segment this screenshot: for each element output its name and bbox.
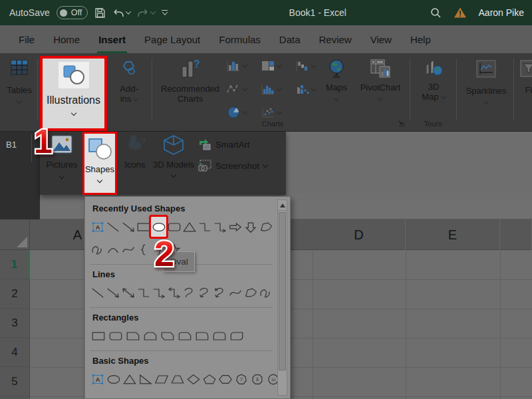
- charts-dialog-launcher-icon[interactable]: [398, 120, 406, 128]
- shape-line-arrow-double[interactable]: [120, 283, 136, 303]
- shape-right-triangle[interactable]: [138, 369, 154, 389]
- row-header-2[interactable]: 2: [0, 279, 30, 309]
- customize-quick-access-button[interactable]: [162, 10, 168, 16]
- row-header-5[interactable]: 5: [0, 367, 30, 396]
- shape-line[interactable]: [105, 217, 120, 237]
- shape-curved-double[interactable]: [212, 283, 227, 303]
- tab-page-layout[interactable]: Page Layout: [135, 25, 209, 53]
- warning-icon[interactable]: [454, 7, 467, 19]
- tab-help[interactable]: Help: [401, 25, 440, 53]
- pivotchart-button[interactable]: PivotChart: [354, 59, 406, 100]
- shape-hexagon[interactable]: [217, 369, 233, 389]
- insert-combo-chart-button[interactable]: [295, 83, 316, 95]
- shape-snip2diag[interactable]: [159, 326, 176, 346]
- insert-line-chart-button[interactable]: [226, 83, 247, 95]
- column-header[interactable]: [500, 219, 532, 250]
- tab-formulas[interactable]: Formulas: [209, 25, 270, 53]
- shape-line-arrow[interactable]: [105, 283, 120, 303]
- autosave-toggle[interactable]: Off: [57, 6, 88, 19]
- shape-pentagon[interactable]: [201, 369, 217, 389]
- tab-file[interactable]: File: [9, 25, 44, 53]
- save-button[interactable]: [94, 7, 106, 19]
- redo-button[interactable]: [137, 7, 155, 18]
- shape-freeform[interactable]: [258, 217, 273, 237]
- recommended-charts-button[interactable]: ? Recommended Charts: [158, 59, 222, 104]
- name-box[interactable]: B1: [6, 140, 17, 150]
- shape-snip1[interactable]: [124, 326, 142, 346]
- column-header-E[interactable]: E: [406, 219, 500, 250]
- shape-round2same[interactable]: [211, 326, 228, 346]
- shape-rect-rounded[interactable]: [107, 326, 124, 346]
- shape-text-box[interactable]: A: [90, 217, 105, 237]
- shape-arc[interactable]: [105, 239, 120, 259]
- shape-snip2same[interactable]: [142, 326, 159, 346]
- user-name[interactable]: Aaron Pike: [479, 7, 524, 18]
- flyout-scrollbar[interactable]: [277, 200, 287, 396]
- menu-item-screenshot[interactable]: Screenshot: [198, 160, 267, 172]
- shape-octagon[interactable]: 8: [249, 369, 265, 389]
- illustrations-button[interactable]: Illustrations: [40, 56, 107, 131]
- shape-elbow-double[interactable]: [166, 283, 182, 303]
- shape-oval[interactable]: [106, 369, 122, 389]
- menu-item-icons[interactable]: Icons: [120, 134, 150, 170]
- undo-chevron-icon[interactable]: [126, 9, 131, 14]
- insert-scatter-chart-button[interactable]: [261, 106, 281, 118]
- search-icon[interactable]: [430, 7, 442, 19]
- insert-waterfall-chart-button[interactable]: [295, 60, 316, 72]
- shape-curved-arrow[interactable]: [197, 283, 212, 303]
- insert-pie-chart-button[interactable]: [226, 106, 247, 118]
- add-ins-button[interactable]: Add- ins: [112, 60, 146, 104]
- tab-review[interactable]: Review: [310, 25, 361, 53]
- 3d-map-button[interactable]: 3D Map: [415, 59, 452, 102]
- sparklines-button[interactable]: Sparklines: [462, 60, 511, 104]
- shape-snipround1[interactable]: [176, 326, 194, 346]
- scrollbar-thumb[interactable]: [279, 212, 286, 370]
- column-header-D[interactable]: D: [313, 219, 406, 250]
- row-header-1[interactable]: 1: [0, 250, 30, 279]
- scrollbar-up-button[interactable]: [278, 200, 287, 211]
- shape-elbow[interactable]: [136, 283, 151, 303]
- shape-right-arrow-block[interactable]: [227, 217, 243, 237]
- shape-text-box[interactable]: A: [90, 369, 106, 389]
- maps-button[interactable]: Maps: [321, 59, 352, 100]
- shape-triangle[interactable]: [182, 217, 197, 237]
- shape-trapezoid[interactable]: [170, 369, 186, 389]
- shape-freeform[interactable]: [243, 283, 258, 303]
- tab-view[interactable]: View: [361, 25, 401, 53]
- row-header-6[interactable]: 6: [0, 396, 30, 399]
- menu-item-3d-models[interactable]: 3D Models: [152, 134, 196, 177]
- menu-item-shapes[interactable]: Shapes: [82, 132, 117, 195]
- shape-curve[interactable]: [227, 283, 243, 303]
- shape-curved-connector[interactable]: [182, 283, 197, 303]
- shape-elbow-arrow[interactable]: [212, 217, 227, 237]
- shape-curve[interactable]: [120, 239, 136, 259]
- shape-parallelogram[interactable]: [154, 369, 170, 389]
- shape-diamond[interactable]: [186, 369, 201, 389]
- select-all-button[interactable]: [0, 219, 30, 250]
- tab-home[interactable]: Home: [44, 25, 89, 53]
- insert-hierarchy-chart-button[interactable]: [261, 60, 281, 72]
- shape-scribble[interactable]: [258, 283, 273, 303]
- filters-button-partial[interactable]: Fi: [519, 60, 532, 95]
- shape-round2diag[interactable]: [228, 326, 245, 346]
- undo-button[interactable]: [112, 7, 130, 18]
- shape-triangle[interactable]: [122, 369, 138, 389]
- shape-elbow-arrow[interactable]: [151, 283, 166, 303]
- row-header-3[interactable]: 3: [0, 309, 30, 338]
- shape-line-arrow[interactable]: [120, 217, 136, 237]
- menu-item-smartart[interactable]: SmartArt: [198, 138, 249, 150]
- shape-scribble[interactable]: [90, 239, 105, 259]
- shape-heptagon[interactable]: 7: [233, 369, 249, 389]
- insert-statistic-chart-button[interactable]: [261, 83, 281, 95]
- tab-insert[interactable]: Insert: [89, 25, 135, 53]
- shape-down-arrow-block[interactable]: [243, 217, 258, 237]
- shape-round1[interactable]: [194, 326, 211, 346]
- column-header-A[interactable]: A: [30, 219, 84, 250]
- row-header-4[interactable]: 4: [0, 338, 30, 367]
- insert-column-chart-button[interactable]: [226, 60, 247, 72]
- tab-data[interactable]: Data: [270, 25, 310, 53]
- shape-elbow[interactable]: [197, 217, 212, 237]
- tables-button[interactable]: Tables: [4, 60, 35, 103]
- shape-line[interactable]: [90, 283, 105, 303]
- shape-rect[interactable]: [90, 326, 107, 346]
